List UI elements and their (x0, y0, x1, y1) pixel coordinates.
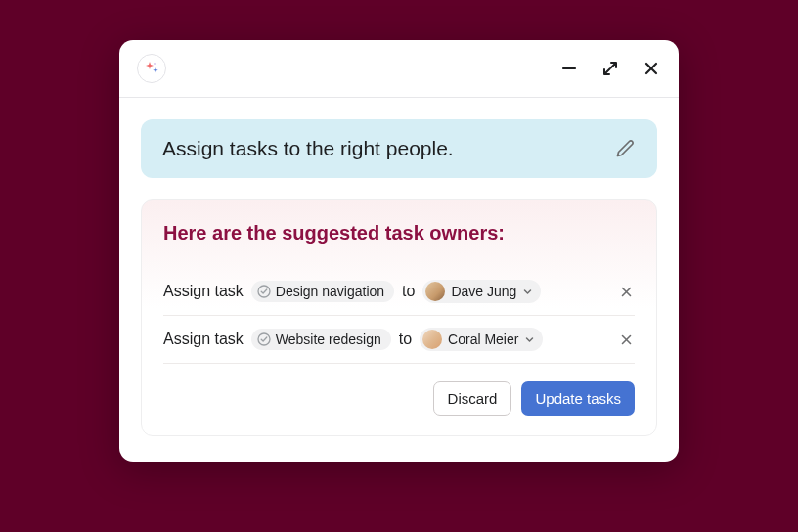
task-row: Assign task Design navigation to Dave Ju… (163, 268, 635, 316)
ai-assign-modal: Assign tasks to the right people. Here a… (119, 40, 679, 462)
task-name: Design navigation (276, 284, 384, 299)
task-chip[interactable]: Design navigation (251, 281, 394, 302)
task-chip[interactable]: Website redesign (251, 329, 391, 350)
prompt-banner: Assign tasks to the right people. (141, 119, 657, 178)
close-icon (643, 60, 660, 77)
x-icon (620, 286, 633, 298)
person-chip[interactable]: Coral Meier (420, 328, 543, 351)
remove-row-button[interactable] (618, 332, 635, 348)
remove-row-button[interactable] (618, 284, 635, 300)
task-name: Website redesign (276, 332, 381, 347)
expand-icon (601, 60, 619, 77)
person-name: Dave Jung (451, 284, 516, 299)
pencil-icon (614, 138, 636, 159)
avatar (422, 330, 442, 349)
prompt-text: Assign tasks to the right people. (162, 137, 454, 160)
task-row: Assign task Website redesign to Coral Me… (163, 316, 635, 364)
modal-body: Assign tasks to the right people. Here a… (119, 98, 679, 462)
svg-point-7 (258, 333, 270, 345)
minimize-icon (560, 60, 578, 77)
person-chip[interactable]: Dave Jung (422, 280, 541, 303)
edit-prompt-button[interactable] (614, 138, 636, 159)
suggestions-title: Here are the suggested task owners: (163, 222, 635, 244)
modal-header (119, 40, 679, 98)
chevron-down-icon (524, 334, 535, 345)
chevron-down-icon (522, 287, 533, 297)
svg-point-4 (258, 286, 270, 297)
close-button[interactable] (642, 59, 661, 78)
assign-label: Assign task (163, 331, 244, 348)
minimize-button[interactable] (559, 59, 579, 78)
avatar (425, 282, 445, 301)
expand-button[interactable] (600, 59, 620, 78)
check-circle-icon (257, 332, 271, 346)
suggestions-card: Here are the suggested task owners: Assi… (141, 200, 657, 436)
to-label: to (399, 331, 412, 348)
sparkle-icon (137, 54, 166, 83)
action-buttons: Discard Update tasks (163, 381, 635, 416)
to-label: to (402, 283, 415, 300)
discard-button[interactable]: Discard (433, 381, 512, 416)
person-name: Coral Meier (448, 332, 518, 347)
check-circle-icon (257, 285, 271, 298)
assign-label: Assign task (163, 283, 244, 300)
window-controls (559, 59, 661, 78)
update-tasks-button[interactable]: Update tasks (521, 381, 635, 416)
svg-point-0 (155, 63, 156, 65)
x-icon (620, 333, 633, 346)
